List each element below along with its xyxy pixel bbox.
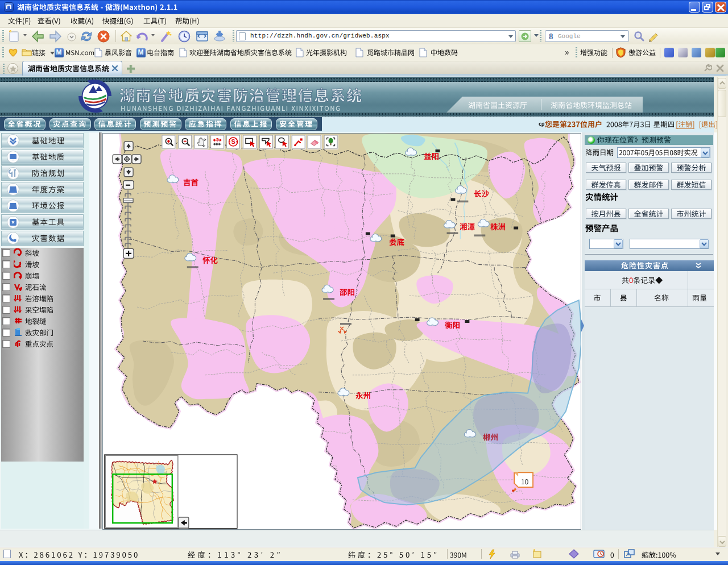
svg-text:?: ? bbox=[216, 137, 219, 143]
svg-text:S: S bbox=[231, 138, 235, 145]
